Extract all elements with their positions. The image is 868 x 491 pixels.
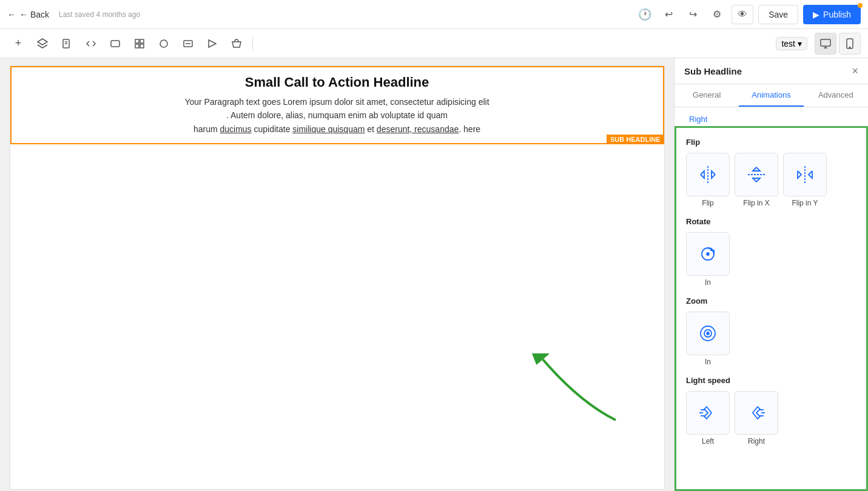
panel-content: Flip Flip	[675, 126, 868, 491]
save-button[interactable]: Save	[758, 5, 798, 24]
history-icon: 🕐	[638, 8, 651, 21]
grid-button[interactable]	[129, 33, 150, 55]
saved-text: Last saved 4 months ago	[59, 10, 633, 19]
anim-item-flip[interactable]: Flip	[686, 153, 730, 207]
anim-item-zoom-in[interactable]: In	[686, 312, 730, 366]
lightspeed-label: Light speed	[686, 376, 856, 385]
headline-title: Small Call to Action Headline	[19, 75, 656, 90]
anim-item-flip-x[interactable]: Flip in X	[735, 153, 778, 207]
shape-button[interactable]	[153, 33, 175, 55]
svg-marker-27	[704, 407, 712, 419]
right-panel: Sub Headline × General Animations Advanc…	[674, 58, 868, 491]
flip-section: Flip Flip	[686, 138, 856, 207]
para-line3: harum ducimus cupiditate similique quisq…	[193, 124, 480, 134]
sub-tab-right[interactable]: Right	[684, 112, 712, 126]
settings-button[interactable]: ⚙	[707, 5, 727, 24]
right-actions: 🕐 ↩ ↪ ⚙ 👁 Save ▶ Publish	[638, 5, 861, 24]
svg-rect-6	[140, 39, 144, 43]
flip-x-item-label: Flip in X	[743, 199, 769, 207]
flip-y-item-label: Flip in Y	[792, 199, 818, 207]
main: Small Call to Action Headline Your Parag…	[0, 58, 868, 491]
chevron-down-icon: ▾	[798, 39, 802, 48]
sub-headline-badge: SUB HEADLINE	[607, 135, 664, 144]
lightspeed-left-label: Left	[702, 437, 714, 446]
topbar: ← ← Back Last saved 4 months ago 🕐 ↩ ↪ ⚙…	[0, 0, 868, 29]
paragraph: Your Paragraph text goes Lorem ipsum dol…	[19, 95, 656, 136]
para-line2: . Autem dolore, alias, numquam enim ab v…	[226, 110, 448, 120]
rotate-section: Rotate In	[686, 217, 856, 287]
view-label: test	[781, 39, 795, 48]
svg-point-26	[707, 332, 709, 335]
publish-button[interactable]: ▶ Publish	[803, 5, 861, 24]
panel-tabs: General Animations Advanced	[675, 84, 868, 107]
panel-title: Sub Headline	[684, 66, 742, 76]
view-icons	[815, 33, 861, 55]
svg-point-17	[849, 47, 850, 48]
para-line1: Your Paragraph text goes Lorem ipsum dol…	[184, 97, 489, 107]
back-label: ← Back	[19, 10, 49, 19]
flip-icon-box	[686, 153, 730, 196]
undo-button[interactable]: ↩	[659, 5, 678, 24]
rotate-label: Rotate	[686, 217, 856, 226]
mobile-view-button[interactable]	[839, 33, 861, 55]
svg-rect-5	[135, 39, 139, 43]
svg-point-23	[707, 253, 709, 255]
store-button[interactable]	[226, 33, 247, 55]
toolbar: +	[0, 29, 868, 58]
panel-header: Sub Headline ×	[675, 58, 868, 84]
notification-dot	[858, 3, 863, 8]
view-selector[interactable]: test ▾	[776, 37, 807, 50]
zoom-in-label: In	[705, 358, 711, 366]
anim-item-flip-y[interactable]: Flip in Y	[783, 153, 827, 207]
flip-x-icon-box	[735, 153, 778, 196]
anim-item-lightspeed-right[interactable]: Right	[735, 391, 778, 446]
pages-button[interactable]	[56, 33, 78, 55]
svg-point-9	[160, 40, 167, 47]
svg-marker-31	[753, 407, 760, 419]
panel-close-button[interactable]: ×	[852, 65, 858, 76]
add-button[interactable]: +	[7, 33, 29, 55]
flip-grid: Flip Flip in X	[686, 153, 856, 207]
svg-rect-4	[111, 41, 119, 47]
flip-y-icon-box	[783, 153, 827, 196]
preview-button[interactable]: 👁	[732, 5, 753, 24]
code-button[interactable]	[80, 33, 102, 55]
canvas-inner: Small Call to Action Headline Your Parag…	[10, 65, 665, 490]
rotate-grid: In	[686, 232, 856, 287]
anim-item-rotate-in[interactable]: In	[686, 232, 730, 287]
layers-button[interactable]	[32, 33, 53, 55]
zoom-grid: In	[686, 312, 856, 366]
form-button[interactable]	[177, 33, 199, 55]
lightspeed-grid: Left Right	[686, 391, 856, 446]
redo-button[interactable]: ↪	[683, 5, 702, 24]
headline-block[interactable]: Small Call to Action Headline Your Parag…	[10, 66, 664, 144]
canvas[interactable]: Small Call to Action Headline Your Parag…	[0, 58, 674, 491]
green-arrow	[531, 353, 628, 429]
svg-rect-8	[140, 44, 144, 48]
toolbar-divider	[252, 36, 253, 51]
flip-label: Flip	[686, 138, 856, 147]
svg-marker-0	[38, 39, 47, 45]
svg-marker-12	[209, 40, 216, 47]
svg-rect-13	[821, 39, 830, 46]
svg-rect-7	[135, 44, 139, 48]
zoom-label: Zoom	[686, 296, 856, 306]
desktop-view-button[interactable]	[815, 33, 836, 55]
publish-play-icon: ▶	[813, 10, 819, 19]
media-button[interactable]	[201, 33, 223, 55]
rotate-in-label: In	[705, 278, 711, 287]
back-arrow-icon: ←	[7, 10, 16, 19]
lightspeed-left-icon-box	[686, 391, 730, 435]
anim-item-lightspeed-left[interactable]: Left	[686, 391, 730, 446]
lightspeed-section: Light speed Left	[686, 376, 856, 446]
lightspeed-right-icon-box	[735, 391, 778, 435]
tab-animations[interactable]: Animations	[739, 84, 803, 107]
tab-general[interactable]: General	[675, 84, 739, 107]
zoom-in-icon-box	[686, 312, 730, 355]
rotate-in-icon-box	[686, 232, 730, 276]
widget-button[interactable]	[104, 33, 126, 55]
back-button[interactable]: ← ← Back	[7, 10, 49, 19]
panel-sub-tabs: Right	[675, 107, 868, 126]
publish-label: Publish	[823, 10, 851, 19]
tab-advanced[interactable]: Advanced	[804, 84, 868, 107]
